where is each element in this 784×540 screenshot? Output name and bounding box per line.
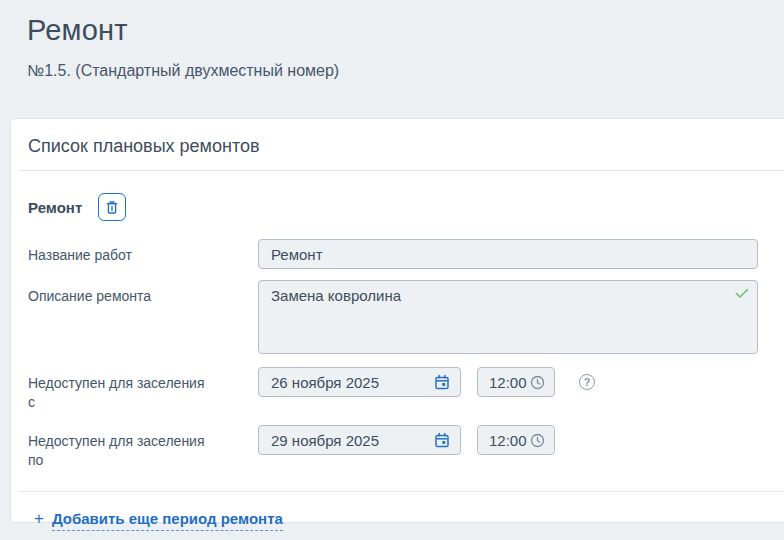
date-to-field[interactable]: 29 ноября 2025 bbox=[258, 425, 461, 455]
page-header: Ремонт №1.5. (Стандартный двухместный но… bbox=[0, 0, 784, 80]
delete-repair-button[interactable] bbox=[98, 193, 126, 221]
time-to-value: 12:00 bbox=[489, 432, 527, 449]
trash-icon bbox=[105, 200, 119, 215]
description-textarea[interactable]: Замена ковролина bbox=[258, 280, 758, 354]
repair-section-title: Ремонт bbox=[28, 199, 82, 216]
date-from-field[interactable]: 26 ноября 2025 bbox=[258, 367, 461, 397]
unavailable-from-row: Недоступен для заселения с 26 ноября 202… bbox=[28, 367, 784, 412]
unavailable-from-label: Недоступен для заселения с bbox=[28, 367, 210, 412]
repair-section-header: Ремонт bbox=[28, 193, 784, 221]
add-period-link[interactable]: Добавить еще период ремонта bbox=[52, 510, 283, 531]
date-to-value: 29 ноября 2025 bbox=[271, 432, 379, 449]
time-from-field[interactable]: 12:00 bbox=[477, 367, 555, 397]
description-row: Описание ремонта Замена ковролина bbox=[28, 280, 784, 354]
clock-icon bbox=[530, 433, 545, 448]
repair-form: Название работ Описание ремонта Замена к… bbox=[11, 239, 784, 470]
divider-bottom bbox=[19, 491, 784, 492]
plus-icon: + bbox=[34, 509, 44, 529]
description-field-wrap: Замена ковролина bbox=[258, 280, 758, 354]
work-name-label: Название работ bbox=[28, 239, 210, 265]
date-from-value: 26 ноября 2025 bbox=[271, 374, 379, 391]
planned-repairs-card: Список плановых ремонтов Ремонт Название… bbox=[10, 118, 784, 523]
page-subtitle: №1.5. (Стандартный двухместный номер) bbox=[27, 62, 784, 80]
card-title: Список плановых ремонтов bbox=[11, 119, 784, 170]
add-period-row: + Добавить еще период ремонта bbox=[34, 509, 784, 531]
work-name-row: Название работ bbox=[28, 239, 784, 269]
clock-icon bbox=[530, 375, 545, 390]
description-label: Описание ремонта bbox=[28, 280, 210, 306]
work-name-input[interactable] bbox=[258, 239, 758, 269]
divider-top bbox=[19, 170, 784, 171]
page-title: Ремонт bbox=[27, 14, 784, 47]
unavailable-to-row: Недоступен для заселения по 29 ноября 20… bbox=[28, 425, 784, 470]
calendar-icon bbox=[434, 374, 450, 391]
unavailable-to-label: Недоступен для заселения по bbox=[28, 425, 210, 470]
time-from-value: 12:00 bbox=[489, 374, 527, 391]
time-to-field[interactable]: 12:00 bbox=[477, 425, 555, 455]
help-icon[interactable]: ? bbox=[579, 374, 595, 390]
check-icon bbox=[735, 288, 749, 299]
calendar-icon bbox=[434, 432, 450, 449]
